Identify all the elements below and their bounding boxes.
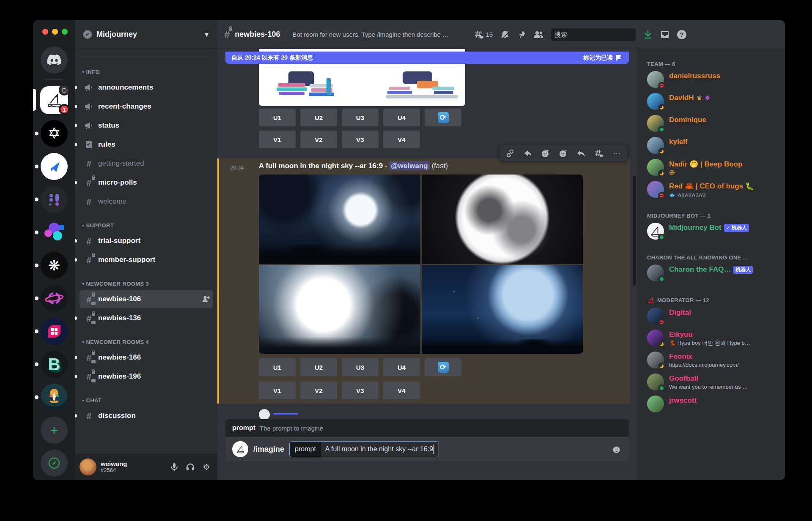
vary-button[interactable]: V2: [300, 131, 337, 148]
channel-item[interactable]: # announcements: [80, 79, 213, 96]
member-row[interactable]: jrwscott: [644, 393, 782, 415]
section-header[interactable]: ▾ CHAT: [80, 395, 213, 406]
download-icon[interactable]: [643, 30, 653, 39]
vary-button[interactable]: V3: [342, 382, 379, 399]
inbox-icon[interactable]: [660, 30, 669, 39]
add-reaction-icon[interactable]: [538, 147, 554, 160]
forward-icon[interactable]: [520, 147, 536, 160]
vary-button[interactable]: V4: [383, 382, 420, 399]
moon-image-2[interactable]: [422, 175, 583, 264]
explore-servers-button[interactable]: [41, 450, 68, 477]
member-row[interactable]: Goofball We want you to remember us …: [644, 371, 782, 393]
section-header[interactable]: ▾ NEWCOMER ROOMS 3: [80, 278, 213, 289]
member-row[interactable]: kylelf: [644, 135, 782, 157]
close-button[interactable]: [42, 29, 48, 35]
vary-button[interactable]: V1: [259, 131, 296, 148]
vary-button[interactable]: V1: [259, 382, 296, 399]
server-plane-icon[interactable]: [41, 153, 68, 180]
channel-item[interactable]: # micro-polls: [80, 174, 213, 191]
member-row[interactable]: Digital: [644, 306, 782, 327]
add-server-button[interactable]: +: [41, 417, 68, 444]
channel-item[interactable]: # status: [80, 117, 213, 134]
moon-image-4[interactable]: [422, 265, 583, 354]
channel-item[interactable]: # newbies-196: [80, 368, 213, 385]
server-openai-icon[interactable]: ❋: [41, 252, 68, 279]
search-box[interactable]: [551, 28, 636, 41]
server-dots-icon[interactable]: [41, 186, 68, 213]
midjourney-server-icon[interactable]: ▢ 1: [40, 86, 68, 114]
zoom-button[interactable]: [62, 29, 68, 35]
upscale-button[interactable]: U2: [300, 358, 337, 376]
section-header[interactable]: ▾ NEWCOMER ROOMS 4: [80, 336, 213, 347]
upscale-button[interactable]: U3: [342, 109, 379, 126]
mention-pill[interactable]: @weiwang: [389, 161, 429, 170]
pinned-messages-icon[interactable]: [517, 30, 526, 39]
channel-topic[interactable]: Bot room for new users. Type /imagine th…: [292, 31, 470, 38]
chat-scrollbar[interactable]: [633, 176, 636, 286]
discord-home-icon[interactable]: [41, 46, 68, 74]
upscale-button[interactable]: U4: [383, 109, 420, 126]
moon-image-1[interactable]: [259, 175, 420, 264]
mark-read-label[interactable]: 标记为已读: [583, 54, 613, 62]
server-star-icon[interactable]: ✡: [41, 120, 68, 147]
reroll-button[interactable]: ⟳: [425, 358, 461, 376]
more-options-icon[interactable]: ⋯: [609, 147, 625, 160]
copy-link-icon[interactable]: [502, 147, 518, 160]
minimize-button[interactable]: [52, 29, 58, 35]
upscale-button[interactable]: U3: [342, 358, 379, 376]
threads-icon[interactable]: 15: [475, 30, 493, 39]
channel-item[interactable]: # newbies-166: [80, 349, 213, 366]
server-b-icon[interactable]: B: [41, 351, 68, 378]
moon-image-3[interactable]: [259, 265, 420, 354]
vary-button[interactable]: V3: [342, 131, 379, 148]
settings-gear-icon[interactable]: ⚙: [200, 460, 213, 474]
member-row[interactable]: Feonix https://docs.midjourney.com/: [644, 349, 782, 371]
channel-item[interactable]: # discussion: [80, 407, 213, 425]
vary-button[interactable]: V4: [383, 131, 420, 148]
member-row[interactable]: danielrussruss: [644, 69, 782, 91]
reply-icon[interactable]: [573, 147, 589, 160]
super-reaction-icon[interactable]: [555, 147, 571, 160]
member-list-toggle-icon[interactable]: [533, 30, 543, 39]
section-header[interactable]: ▾ INFO: [80, 66, 213, 77]
channel-item[interactable]: # rules: [80, 136, 213, 153]
server-shapes-icon[interactable]: [41, 219, 68, 246]
user-avatar[interactable]: [80, 458, 96, 475]
server-totem-icon[interactable]: [41, 384, 68, 411]
server-planet-icon[interactable]: [41, 285, 68, 312]
channel-item[interactable]: # trial-support: [80, 232, 213, 250]
channel-item[interactable]: # newbies-106: [80, 290, 213, 308]
member-row[interactable]: Midjourney Bot ✓ 机器人: [644, 221, 782, 243]
server-grid-icon[interactable]: [41, 318, 68, 345]
emoji-picker-icon[interactable]: ☻: [611, 443, 622, 456]
member-row[interactable]: Eikyuu 💃 Hype boy 너만 원해 Hype b…: [644, 327, 782, 349]
option-value-input[interactable]: A full moon in the night sky --ar 16:9: [321, 445, 439, 454]
member-row[interactable]: Charon the FAQ… 机器人: [644, 262, 782, 284]
prompt-option-field[interactable]: prompt A full moon in the night sky --ar…: [289, 441, 439, 457]
new-messages-bar[interactable]: 自从 20:24 以来有 20 条新消息 标记为已读: [225, 52, 629, 64]
server-header[interactable]: ✔ Midjourney ▼: [75, 20, 217, 49]
channel-item[interactable]: # getting-started: [80, 155, 213, 172]
message-composer[interactable]: /imagine prompt A full moon in the night…: [225, 437, 629, 461]
create-invite-icon[interactable]: [202, 295, 210, 303]
member-row[interactable]: DavidH ♛ ❖: [644, 91, 782, 113]
member-row[interactable]: Dominique: [644, 113, 782, 135]
upscale-button[interactable]: U2: [300, 109, 337, 126]
vary-button[interactable]: V2: [300, 382, 337, 399]
help-icon[interactable]: ?: [677, 30, 686, 39]
microphone-icon[interactable]: [167, 460, 181, 474]
user-names[interactable]: weiwang #2564: [101, 460, 163, 474]
member-row[interactable]: Nadir 🤭 | Beep Boop 😃: [644, 157, 782, 179]
upscale-button[interactable]: U1: [259, 109, 296, 126]
channel-item[interactable]: # member-support: [80, 251, 213, 269]
channel-item[interactable]: # recent-changes: [80, 98, 213, 115]
channel-item[interactable]: # welcome: [80, 193, 213, 210]
moon-image-grid[interactable]: [259, 175, 583, 354]
upscale-button[interactable]: U1: [259, 358, 296, 376]
search-input[interactable]: [554, 31, 639, 38]
channel-item[interactable]: # newbies-136: [80, 309, 213, 327]
notifications-off-icon[interactable]: [500, 30, 510, 39]
upscale-button[interactable]: U4: [383, 358, 420, 376]
member-row[interactable]: Red 🦀 | CEO of bugs 🐛 🐟 wawawawa: [644, 179, 782, 201]
section-header[interactable]: ▾ SUPPORT: [80, 220, 213, 231]
